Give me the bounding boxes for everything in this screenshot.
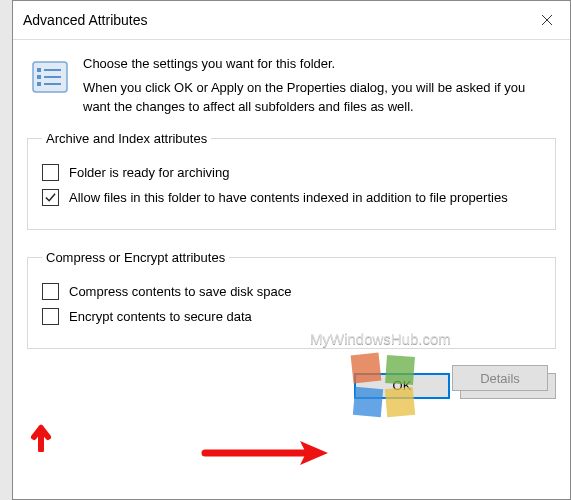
intro-line2: When you click OK or Apply on the Proper… — [83, 78, 556, 117]
checkbox-archiving[interactable] — [42, 164, 59, 181]
intro-section: Choose the settings you want for this fo… — [27, 54, 556, 117]
dialog-title: Advanced Attributes — [23, 12, 148, 28]
group-compress-legend: Compress or Encrypt attributes — [42, 250, 229, 265]
checkbox-indexing[interactable] — [42, 189, 59, 206]
intro-line1: Choose the settings you want for this fo… — [83, 54, 556, 74]
checkbox-row-encrypt[interactable]: Encrypt contents to secure data — [42, 308, 541, 326]
checkbox-compress-label: Compress contents to save disk space — [69, 283, 541, 301]
close-icon — [541, 14, 553, 26]
checkbox-compress[interactable] — [42, 283, 59, 300]
checkbox-row-archiving[interactable]: Folder is ready for archiving — [42, 164, 541, 182]
details-button[interactable]: Details — [452, 365, 548, 391]
checkbox-row-compress[interactable]: Compress contents to save disk space — [42, 283, 541, 301]
dialog-advanced-attributes: Advanced Attributes Choose the settings … — [12, 0, 571, 500]
svg-rect-3 — [37, 82, 41, 86]
checkbox-encrypt-label: Encrypt contents to secure data — [69, 308, 541, 326]
close-button[interactable] — [524, 1, 570, 39]
svg-rect-2 — [37, 75, 41, 79]
check-icon — [45, 192, 56, 203]
checkbox-indexing-label: Allow files in this folder to have conte… — [69, 189, 541, 207]
folder-settings-icon — [31, 58, 69, 96]
group-compress-encrypt: Compress or Encrypt attributes Compress … — [27, 250, 556, 349]
dialog-content: Choose the settings you want for this fo… — [13, 40, 570, 349]
checkbox-archiving-label: Folder is ready for archiving — [69, 164, 541, 182]
background-strip — [0, 0, 12, 500]
group-archive-index: Archive and Index attributes Folder is r… — [27, 131, 556, 230]
checkbox-row-indexing[interactable]: Allow files in this folder to have conte… — [42, 189, 541, 207]
ok-button[interactable]: OK — [354, 373, 450, 399]
checkbox-encrypt[interactable] — [42, 308, 59, 325]
group-archive-legend: Archive and Index attributes — [42, 131, 211, 146]
titlebar: Advanced Attributes — [13, 1, 570, 40]
intro-text: Choose the settings you want for this fo… — [83, 54, 556, 117]
svg-rect-1 — [37, 68, 41, 72]
